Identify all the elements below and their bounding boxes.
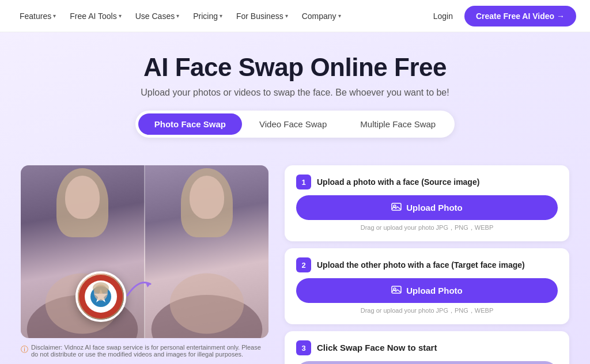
nav-item-free-ai-tools[interactable]: Free AI Tools ▾ <box>64 8 127 24</box>
step-1-title: Upload a photo with a face (Source image… <box>317 177 479 188</box>
step-2-title: Upload the other photo with a face (Targ… <box>317 260 525 271</box>
chevron-down-icon: ▾ <box>285 13 288 19</box>
step-1-header: 1 Upload a photo with a face (Source ima… <box>296 175 558 189</box>
svg-rect-13 <box>392 286 401 293</box>
page-title: AI Face Swap Online Free <box>12 53 578 82</box>
hero-subtitle: Upload your photos or videos to swap the… <box>12 88 578 98</box>
step-2-header: 2 Upload the other photo with a face (Ta… <box>296 257 558 272</box>
step-3-number: 3 <box>296 340 311 355</box>
svg-point-9 <box>93 282 109 294</box>
upload-photo-target-button[interactable]: Upload Photo <box>296 278 558 303</box>
chevron-down-icon: ▾ <box>220 13 222 19</box>
nav-item-use-cases[interactable]: Use Cases ▾ <box>130 8 185 24</box>
step-1-number: 1 <box>296 175 311 189</box>
swap-face-now-button[interactable]: Swap Face Now <box>296 361 558 364</box>
step-1-hint: Drag or upload your photo JPG，PNG，WEBP <box>296 223 558 232</box>
swap-face-overlay <box>75 271 126 322</box>
upload-icon <box>391 202 402 214</box>
svg-rect-11 <box>392 203 401 210</box>
demo-image-section: ⓘ Disclaimer: Vidnoz AI face swap servic… <box>21 165 268 358</box>
tab-video-face-swap[interactable]: Video Face Swap <box>243 113 343 135</box>
nav-item-company[interactable]: Company ▾ <box>296 8 347 24</box>
step-2-card: 2 Upload the other photo with a face (Ta… <box>285 248 569 324</box>
navbar: Features ▾ Free AI Tools ▾ Use Cases ▾ P… <box>0 0 590 32</box>
step-3-title: Click Swap Face Now to start <box>317 342 437 354</box>
chevron-down-icon: ▾ <box>53 13 56 19</box>
info-icon: ⓘ <box>21 344 28 355</box>
chevron-down-icon: ▾ <box>176 13 179 19</box>
nav-item-pricing[interactable]: Pricing ▾ <box>187 8 228 24</box>
chevron-down-icon: ▾ <box>119 13 122 19</box>
step-2-hint: Drag or upload your photo JPG，PNG，WEBP <box>296 306 558 315</box>
login-button[interactable]: Login <box>424 8 462 24</box>
tab-multiple-face-swap[interactable]: Multiple Face Swap <box>344 113 452 135</box>
swap-arrow <box>122 272 153 304</box>
create-free-ai-video-button[interactable]: Create Free AI Video → <box>464 6 576 26</box>
hero-section: AI Face Swap Online Free Upload your pho… <box>0 32 590 165</box>
upload-photo-source-button[interactable]: Upload Photo <box>296 195 558 220</box>
nav-item-for-business[interactable]: For Business ▾ <box>230 8 294 24</box>
upload-icon <box>391 285 402 297</box>
chevron-down-icon: ▾ <box>338 13 341 19</box>
step-2-number: 2 <box>296 257 311 272</box>
step-3-card: 3 Click Swap Face Now to start Swap Face… <box>285 331 569 364</box>
upload-steps: 1 Upload a photo with a face (Source ima… <box>285 165 569 364</box>
svg-point-3 <box>170 274 244 334</box>
face-swap-demo <box>21 165 268 338</box>
tab-photo-face-swap[interactable]: Photo Face Swap <box>138 113 242 135</box>
tab-group: Photo Face Swap Video Face Swap Multiple… <box>135 111 455 138</box>
disclaimer-text: ⓘ Disclaimer: Vidnoz AI face swap servic… <box>21 344 268 358</box>
step-1-card: 1 Upload a photo with a face (Source ima… <box>285 165 569 241</box>
step-3-header: 3 Click Swap Face Now to start <box>296 340 558 355</box>
nav-item-features[interactable]: Features ▾ <box>14 8 62 24</box>
result-portrait <box>144 165 268 338</box>
main-content: ⓘ Disclaimer: Vidnoz AI face swap servic… <box>0 165 590 364</box>
